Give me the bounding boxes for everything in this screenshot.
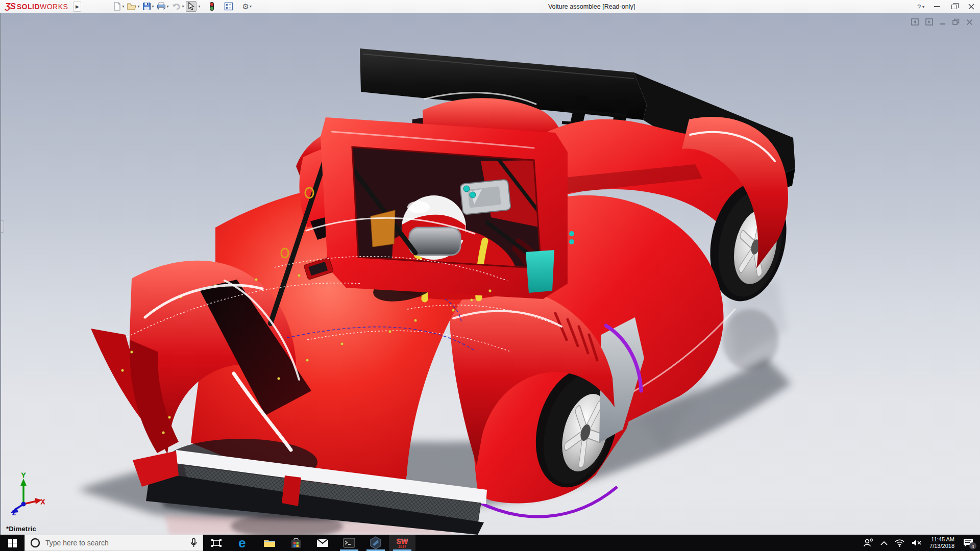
windows-taskbar: e	[0, 535, 980, 551]
store-icon	[290, 537, 302, 549]
minimize-button[interactable]	[928, 0, 945, 13]
select-button[interactable]	[186, 1, 197, 12]
volume-button[interactable]	[908, 535, 925, 551]
solidworks-logo: ƷS SOLID WORKS	[0, 2, 71, 12]
file-explorer-icon	[263, 538, 276, 548]
edge-glyph: e	[238, 536, 246, 550]
microphone-icon[interactable]	[190, 538, 198, 548]
print-icon	[157, 2, 166, 11]
brand-works: WORKS	[40, 3, 68, 11]
dropdown-arrow-icon[interactable]: ▾	[122, 4, 124, 9]
chevron-up-icon	[880, 541, 888, 545]
print-button[interactable]: ▾	[156, 2, 169, 11]
title-bar: ƷS SOLID WORKS ▶ ▾ ▾	[0, 0, 980, 13]
taskbar-search[interactable]	[24, 535, 203, 551]
doc-minimize-icon[interactable]	[940, 18, 946, 26]
start-button[interactable]	[0, 535, 24, 551]
search-input[interactable]	[45, 539, 185, 547]
close-icon	[968, 4, 974, 10]
panel-edge-tab[interactable]	[1, 220, 4, 233]
report-list-icon	[224, 2, 233, 11]
people-button[interactable]	[860, 535, 877, 551]
wifi-icon	[895, 539, 904, 547]
windows-logo-icon	[8, 539, 17, 547]
taskbar-app-mail[interactable]	[309, 535, 336, 551]
visor	[409, 228, 460, 255]
dropdown-arrow-icon[interactable]: ▾	[166, 4, 168, 9]
task-view-icon	[211, 538, 222, 548]
doc-restore-icon[interactable]	[952, 18, 960, 26]
triad-z-label: Z	[12, 510, 16, 515]
task-view-button[interactable]	[203, 535, 230, 551]
dropdown-arrow-icon[interactable]: ▾	[250, 4, 252, 9]
help-icon: ?	[917, 3, 921, 11]
solidworks-2017-icon: SW 2017	[397, 538, 408, 548]
save-button[interactable]: ▾	[141, 2, 155, 11]
new-document-icon	[113, 2, 121, 11]
design-report-button[interactable]	[223, 2, 234, 11]
rear-view-mirror	[460, 179, 511, 214]
taskbar-app-hexagon[interactable]	[362, 535, 389, 551]
taskbar-clock[interactable]: 11:45 AM 7/13/2018	[925, 536, 959, 549]
action-center-button[interactable]: 4	[959, 535, 980, 551]
dropdown-arrow-icon[interactable]: ▾	[182, 4, 184, 9]
dropdown-arrow-icon[interactable]: ▾	[137, 4, 139, 9]
help-button[interactable]: ? ▾	[914, 0, 928, 13]
solidworks-logo-icon: ƷS	[5, 2, 15, 12]
notification-badge: 4	[969, 542, 976, 549]
mail-icon	[316, 538, 329, 547]
document-window-controls	[911, 18, 973, 26]
speaker-muted-icon	[912, 539, 922, 547]
cortana-icon	[30, 538, 40, 548]
close-button[interactable]	[963, 0, 980, 13]
taskbar-app-command-prompt[interactable]	[336, 535, 362, 551]
clock-date: 7/13/2018	[929, 543, 954, 549]
graphics-viewport[interactable]: Y X Z *Dimetric	[0, 13, 980, 535]
minimize-icon	[934, 6, 940, 7]
restore-icon	[951, 5, 957, 9]
help-dropdown-arrow-icon: ▾	[922, 5, 924, 9]
system-tray: 11:45 AM 7/13/2018 4	[860, 535, 980, 551]
orange-panel	[371, 210, 395, 247]
doc-close-icon[interactable]	[966, 19, 973, 26]
clock-time: 11:45 AM	[931, 536, 954, 543]
orientation-triad: Y X Z	[5, 471, 45, 515]
solidworks-window: ƷS SOLID WORKS ▶ ▾ ▾	[0, 0, 980, 551]
taskbar-app-file-explorer[interactable]	[256, 535, 283, 551]
menu-flyout-button[interactable]: ▶	[73, 2, 81, 12]
undo-button[interactable]: ▾	[170, 2, 185, 11]
tray-overflow-button[interactable]	[877, 535, 891, 551]
save-floppy-icon	[142, 2, 151, 11]
rebuild-stoplight-icon	[209, 2, 215, 11]
pane-left-icon[interactable]	[911, 18, 919, 26]
taskbar-app-edge[interactable]: e	[230, 535, 256, 551]
hexagon-app-icon	[370, 536, 382, 549]
new-document-button[interactable]: ▾	[112, 2, 125, 11]
network-button[interactable]	[891, 535, 908, 551]
select-cursor-icon	[187, 2, 195, 11]
restore-button[interactable]	[945, 0, 963, 13]
people-icon	[863, 538, 873, 547]
view-orientation-label: *Dimetric	[6, 525, 36, 533]
rebuild-button[interactable]	[208, 1, 216, 12]
race-car-model[interactable]	[1, 13, 980, 535]
flyout-arrow-icon: ▶	[76, 4, 79, 9]
taskbar-app-solidworks[interactable]: SW 2017	[389, 535, 415, 551]
edge-icon: e	[236, 536, 250, 550]
taskbar-app-store[interactable]	[283, 535, 309, 551]
command-prompt-icon	[343, 538, 355, 548]
undo-icon	[172, 3, 181, 11]
brand-solid: SOLID	[17, 3, 40, 11]
gear-icon: ⚙	[242, 3, 249, 10]
window-title: Voiture assomblee [Read-only]	[548, 0, 635, 13]
select-dropdown-arrow-icon[interactable]: ▾	[198, 4, 200, 9]
window-controls: ? ▾	[914, 0, 980, 13]
open-button[interactable]: ▾	[126, 2, 140, 11]
pane-right-icon[interactable]	[925, 18, 933, 26]
quick-access-toolbar: ▾ ▾ ▾ ▾	[112, 1, 253, 12]
triad-x-label: X	[41, 498, 45, 506]
triad-y-label: Y	[21, 472, 26, 479]
dropdown-arrow-icon[interactable]: ▾	[152, 4, 154, 9]
options-button[interactable]: ⚙ ▾	[241, 2, 253, 11]
open-folder-icon	[127, 2, 137, 11]
